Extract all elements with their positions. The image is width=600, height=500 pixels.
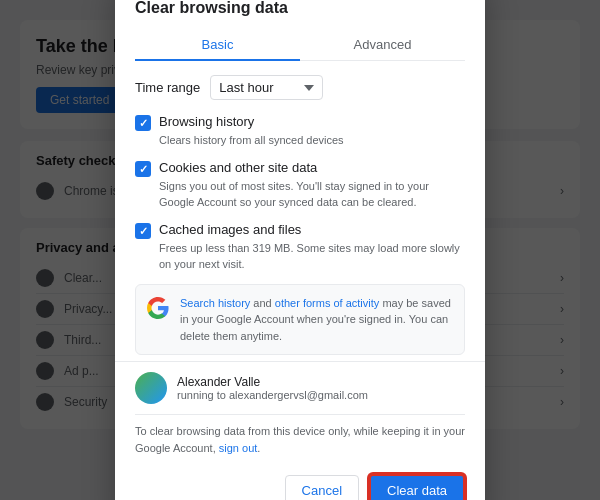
checkbox-cookies-box[interactable] xyxy=(135,161,151,177)
modal-overlay: Clear browsing data Basic Advanced Time … xyxy=(0,0,600,500)
sign-out-row: To clear browsing data from this device … xyxy=(135,415,465,464)
other-activity-link[interactable]: other forms of activity xyxy=(275,297,380,309)
checkbox-browsing-history-desc: Clears history from all synced devices xyxy=(135,133,465,148)
checkbox-cookies-desc: Signs you out of most sites. You'll stay… xyxy=(135,179,465,210)
tab-advanced[interactable]: Advanced xyxy=(300,29,465,60)
time-range-select[interactable]: Last hour Last 24 hours Last 7 days Last… xyxy=(210,75,323,100)
clear-browsing-dialog: Clear browsing data Basic Advanced Time … xyxy=(115,0,485,500)
checkbox-cache-label: Cached images and files xyxy=(159,222,301,239)
checkbox-cache-desc: Frees up less than 319 MB. Some sites ma… xyxy=(135,241,465,272)
tab-basic[interactable]: Basic xyxy=(135,29,300,60)
dialog-tabs: Basic Advanced xyxy=(135,29,465,61)
google-info-text: Search history and other forms of activi… xyxy=(180,295,454,345)
time-range-row: Time range Last hour Last 24 hours Last … xyxy=(135,75,465,100)
dialog-buttons: Cancel Clear data xyxy=(135,464,465,500)
account-row: Alexander Valle running to alexandergerv… xyxy=(135,362,465,415)
account-email: running to alexandergervsl@gmail.com xyxy=(177,389,368,401)
dialog-title: Clear browsing data xyxy=(135,0,465,17)
checkbox-cache: Cached images and files Frees up less th… xyxy=(135,222,465,272)
checkbox-cache-box[interactable] xyxy=(135,223,151,239)
dialog-footer: Alexander Valle running to alexandergerv… xyxy=(115,361,485,500)
account-info: Alexander Valle running to alexandergerv… xyxy=(177,375,368,401)
checkbox-browsing-history-label: Browsing history xyxy=(159,114,254,131)
dialog-header: Clear browsing data Basic Advanced xyxy=(115,0,485,61)
checkbox-browsing-history-box[interactable] xyxy=(135,115,151,131)
clear-data-button[interactable]: Clear data xyxy=(369,474,465,500)
search-history-link[interactable]: Search history xyxy=(180,297,250,309)
avatar xyxy=(135,372,167,404)
account-name: Alexander Valle xyxy=(177,375,368,389)
checkbox-cookies: Cookies and other site data Signs you ou… xyxy=(135,160,465,210)
time-range-label: Time range xyxy=(135,80,200,95)
checkbox-cookies-label: Cookies and other site data xyxy=(159,160,317,177)
sign-out-text: To clear browsing data from this device … xyxy=(135,425,465,454)
cancel-button[interactable]: Cancel xyxy=(285,475,359,500)
dialog-body: Time range Last hour Last 24 hours Last … xyxy=(115,61,485,361)
checkbox-browsing-history: Browsing history Clears history from all… xyxy=(135,114,465,148)
sign-out-link[interactable]: sign out xyxy=(219,442,258,454)
google-g-icon xyxy=(146,296,170,320)
google-info-box: Search history and other forms of activi… xyxy=(135,284,465,356)
